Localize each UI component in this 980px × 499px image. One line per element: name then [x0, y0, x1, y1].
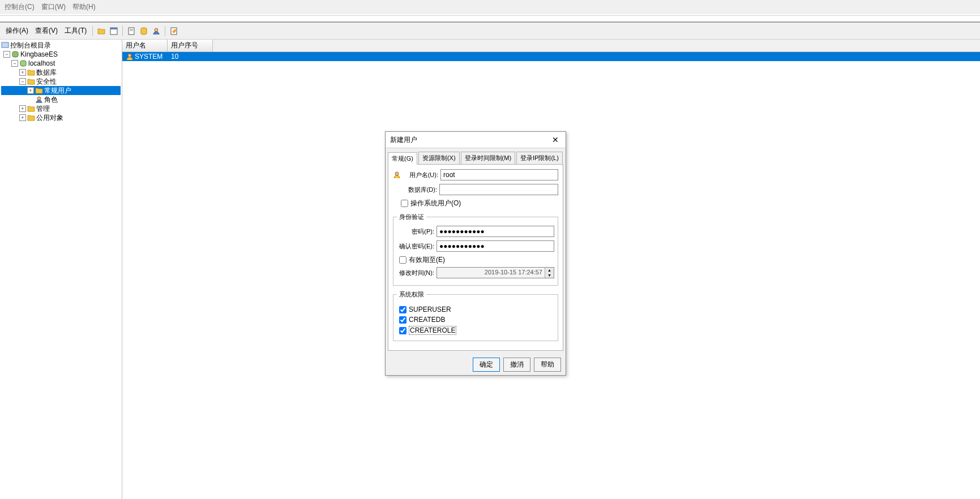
collapse-icon[interactable]: −: [3, 51, 10, 58]
tab-login-time[interactable]: 登录时间限制(M): [461, 152, 516, 164]
folder-icon: [27, 114, 35, 122]
row-expire: 有效期至(E): [399, 255, 554, 265]
user-icon[interactable]: [151, 26, 161, 36]
tree-security-label: 安全性: [36, 77, 57, 86]
password-input[interactable]: [436, 226, 554, 237]
svg-rect-1: [110, 28, 117, 29]
window-icon[interactable]: [109, 26, 119, 36]
cylinder-icon[interactable]: [139, 26, 149, 36]
new-user-dialog: 新建用户 ✕ 常规(G) 资源限制(X) 登录时间限制(M) 登录IP限制(L)…: [385, 131, 566, 376]
createdb-checkbox[interactable]: [399, 316, 406, 324]
separator: [122, 26, 123, 36]
auth-legend: 身份验证: [397, 213, 426, 221]
doc-icon[interactable]: [126, 26, 136, 36]
tab-body: 用户名(U): 数据库(D): 操作系统用户(O) 身份验证 密码(P): 确认…: [388, 164, 563, 351]
help-button[interactable]: 帮助: [534, 358, 561, 372]
tree-kingbase-label: KingbaseES: [20, 50, 58, 59]
close-icon[interactable]: ✕: [550, 134, 561, 145]
createrole-label: CREATEROLE: [409, 326, 456, 335]
dialog-tabs: 常规(G) 资源限制(X) 登录时间限制(M) 登录IP限制(L): [386, 148, 566, 164]
toolbar-action[interactable]: 操作(A): [3, 25, 31, 37]
expire-checkbox[interactable]: [399, 256, 406, 264]
grid-header: 用户名 用户序号: [122, 40, 980, 52]
perm-fieldset: 系统权限 SUPERUSER CREATEDB CREATEROLE: [393, 290, 558, 341]
tree-manage-label: 管理: [36, 104, 50, 113]
tree-localhost[interactable]: − localhost: [1, 59, 121, 68]
tree-kingbase[interactable]: − KingbaseES: [1, 50, 121, 59]
tab-login-ip[interactable]: 登录IP限制(L): [516, 152, 563, 164]
tree-regular-user[interactable]: + 常规用户: [1, 86, 121, 95]
folder-open-icon[interactable]: [96, 26, 106, 36]
tree-role[interactable]: 角色: [1, 95, 121, 104]
cell-userseq: 10: [168, 52, 213, 61]
menu-help[interactable]: 帮助(H): [70, 1, 98, 13]
toolbar-tools[interactable]: 工具(T): [62, 25, 89, 37]
tree-security[interactable]: − 安全性: [1, 77, 121, 86]
menu-console[interactable]: 控制台(C): [2, 1, 37, 13]
tree-database[interactable]: + 数据库: [1, 68, 121, 77]
ok-button[interactable]: 确定: [473, 358, 500, 372]
dialog-titlebar: 新建用户 ✕: [386, 132, 566, 148]
row-username: 用户名(U):: [393, 169, 558, 180]
password-label: 密码(P):: [397, 227, 434, 236]
expand-icon[interactable]: +: [19, 114, 26, 121]
separator: [165, 26, 165, 36]
os-user-label: 操作系统用户(O): [410, 199, 461, 208]
tree-root[interactable]: 控制台根目录: [1, 41, 121, 50]
toolbar-view[interactable]: 查看(V): [33, 25, 60, 37]
auth-fieldset: 身份验证 密码(P): 确认密码(E): 有效期至(E) 修改时间(N): 20…: [393, 213, 558, 286]
collapse-icon[interactable]: −: [11, 60, 18, 67]
confirm-input[interactable]: [436, 240, 554, 252]
database-label: 数据库(D):: [393, 186, 437, 194]
table-row[interactable]: SYSTEM 10: [122, 52, 980, 61]
user-icon: [126, 53, 134, 61]
row-superuser: SUPERUSER: [399, 306, 554, 313]
menu-window[interactable]: 窗口(W): [39, 1, 68, 13]
expire-label: 有效期至(E): [409, 255, 445, 265]
tree-role-label: 角色: [44, 95, 58, 104]
expand-icon[interactable]: +: [19, 69, 26, 76]
username-input[interactable]: [440, 169, 558, 180]
cell-username: SYSTEM: [122, 52, 168, 61]
spinner: ▲ ▼: [545, 268, 554, 278]
user-icon: [35, 96, 43, 104]
folder-icon: [27, 105, 35, 113]
expand-icon[interactable]: +: [27, 87, 34, 94]
user-icon: [393, 171, 401, 179]
svg-rect-8: [2, 42, 8, 48]
col-username[interactable]: 用户名: [122, 40, 168, 51]
server-icon: [19, 59, 27, 67]
folder-icon: [27, 68, 35, 76]
expand-icon[interactable]: +: [19, 105, 26, 112]
svg-point-6: [155, 28, 158, 32]
cell-username-text: SYSTEM: [135, 53, 162, 61]
database-input[interactable]: [439, 184, 558, 195]
tree-manage[interactable]: + 管理: [1, 104, 121, 113]
folder-icon: [35, 87, 43, 94]
perm-legend: 系统权限: [397, 290, 426, 299]
edit-icon[interactable]: [169, 26, 179, 36]
collapse-icon[interactable]: −: [19, 78, 26, 85]
spin-down-icon[interactable]: ▼: [545, 273, 554, 278]
tree-public-obj[interactable]: + 公用对象: [1, 113, 121, 122]
tree-public-obj-label: 公用对象: [36, 113, 63, 122]
row-confirm: 确认密码(E):: [397, 240, 554, 252]
db-icon: [11, 50, 19, 58]
os-user-checkbox[interactable]: [401, 200, 408, 207]
col-userseq[interactable]: 用户序号: [168, 40, 213, 51]
menubar: 控制台(C) 窗口(W) 帮助(H): [0, 0, 980, 14]
dialog-buttons: 确定 撤消 帮助: [386, 354, 566, 375]
dialog-title-text: 新建用户: [390, 135, 417, 145]
separator: [0, 15, 980, 16]
tab-resource[interactable]: 资源限制(X): [418, 152, 460, 164]
row-database: 数据库(D):: [393, 184, 558, 195]
console-icon: [1, 41, 9, 49]
row-password: 密码(P):: [397, 226, 554, 237]
tab-general[interactable]: 常规(G): [388, 152, 417, 165]
tree-database-label: 数据库: [36, 68, 57, 77]
createrole-checkbox[interactable]: [399, 327, 406, 334]
cancel-button[interactable]: 撤消: [503, 358, 530, 372]
spin-up-icon[interactable]: ▲: [545, 268, 554, 273]
superuser-checkbox[interactable]: [399, 306, 406, 313]
modtime-input[interactable]: 2019-10-15 17:24:57 ▲ ▼: [436, 267, 554, 278]
